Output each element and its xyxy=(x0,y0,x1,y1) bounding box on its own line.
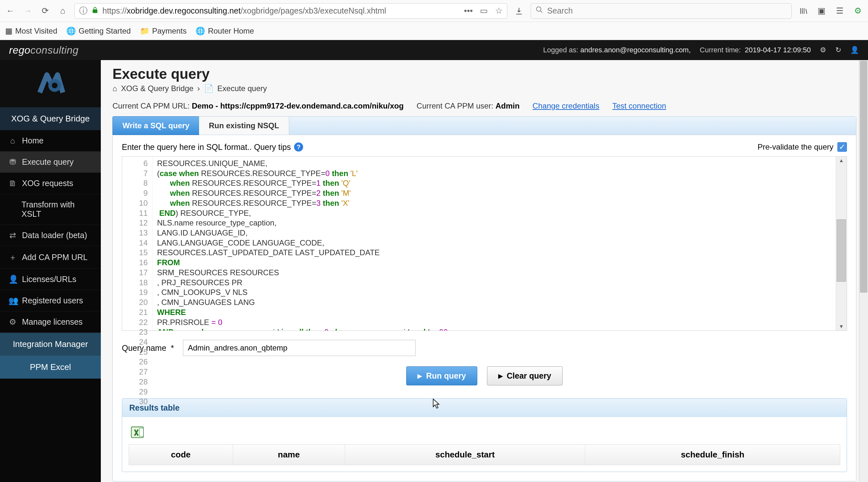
nav-home-icon[interactable]: ⌂ xyxy=(57,5,68,17)
query-name-input[interactable] xyxy=(183,340,415,356)
brand-logo[interactable]: regoconsulting xyxy=(9,44,79,56)
required-star: * xyxy=(170,344,174,352)
sidebar-item-home[interactable]: ⌂Home xyxy=(0,130,101,152)
grid-icon: ▦ xyxy=(5,27,12,36)
clear-query-button[interactable]: ▶Clear query xyxy=(487,366,563,385)
sidebar-item-registered-users[interactable]: 👥Registered users xyxy=(0,290,101,312)
bookmark-star-icon[interactable]: ☆ xyxy=(495,6,502,16)
breadcrumb-root[interactable]: XOG & Query Bridge xyxy=(121,84,193,93)
editor-scrollbar[interactable]: ▲ ▼ xyxy=(836,157,847,330)
column-schedule_start[interactable]: schedule_start xyxy=(345,445,585,465)
prevalidate-checkbox[interactable]: ✓ xyxy=(837,142,847,152)
column-code[interactable]: code xyxy=(129,445,233,465)
cogs-icon: ⚙ xyxy=(8,317,17,327)
svg-point-2 xyxy=(52,83,58,89)
test-connection-link[interactable]: Test connection xyxy=(612,101,666,110)
sidebar-item-label: Home xyxy=(22,136,43,146)
url-text: https://xobridge.dev.regoconsulting.net/… xyxy=(102,6,386,15)
users-icon: 👥 xyxy=(8,296,17,305)
sidebar-item-label: Execute query xyxy=(22,157,74,167)
folder-icon: 📁 xyxy=(140,27,150,36)
page-actions-icon[interactable]: ••• xyxy=(464,6,473,16)
column-name[interactable]: name xyxy=(233,445,345,465)
browser-search[interactable] xyxy=(531,3,792,19)
nav-forward-icon[interactable]: → xyxy=(22,5,34,17)
page-scroll-thumb[interactable] xyxy=(860,61,867,293)
user-icon[interactable]: 👤 xyxy=(850,46,859,54)
results-panel: Results table codenameschedule_startsche… xyxy=(122,398,847,472)
tab-strip: Write a SQL query Run existing NSQL xyxy=(113,117,856,135)
scroll-down-icon[interactable]: ▼ xyxy=(836,323,847,330)
url-bar[interactable]: ⓘ https://xobridge.dev.regoconsulting.ne… xyxy=(74,3,507,19)
sidebar-item-licenses-urls[interactable]: 👤Licenses/URLs xyxy=(0,269,101,290)
home-icon[interactable]: ⌂ xyxy=(113,84,117,93)
menu-icon[interactable]: ☰ xyxy=(834,5,845,17)
bookmarks-bar: ▦Most Visited 🌐Getting Started 📁Payments… xyxy=(0,22,868,40)
sidebar-section-ppm-excel[interactable]: PPM Excel xyxy=(0,356,101,379)
svg-point-0 xyxy=(536,7,541,11)
sidebar-item-execute-query[interactable]: ⛃Execute query xyxy=(0,152,101,173)
chevron-right-icon: › xyxy=(197,84,200,93)
info-icon[interactable]: ⓘ xyxy=(79,5,88,17)
downloads-icon[interactable] xyxy=(513,5,525,17)
sql-code-editor[interactable]: 6789101112131415161718192021222324252627… xyxy=(122,156,847,331)
column-schedule_finish[interactable]: schedule_finish xyxy=(585,445,840,465)
current-time-value: 2019-04-17 12:09:50 xyxy=(745,46,811,54)
current-time-label: Current time: xyxy=(700,46,741,54)
settings-gear-icon[interactable]: ⚙ xyxy=(820,46,826,54)
nav-back-icon[interactable]: ← xyxy=(4,5,16,17)
breadcrumb: ⌂ XOG & Query Bridge › 📄 Execute query xyxy=(113,84,856,93)
globe-icon: 🌐 xyxy=(195,27,205,36)
sync-icon[interactable]: ↻ xyxy=(835,46,841,54)
bookmark-payments[interactable]: 📁Payments xyxy=(140,27,187,36)
sidebar-item-label: Manage licenses xyxy=(22,317,83,327)
sidebar-item-transform-with-xslt[interactable]: Transform with XSLT xyxy=(0,194,101,225)
library-icon[interactable] xyxy=(798,5,809,17)
query-editor-label: Enter the query here in SQL format.. Que… xyxy=(122,142,291,152)
page-title: Execute query xyxy=(113,66,856,82)
sidebar-item-label: Transform with XSLT xyxy=(22,200,92,219)
bookmark-router-home[interactable]: 🌐Router Home xyxy=(195,27,254,36)
tab-write-sql[interactable]: Write a SQL query xyxy=(113,116,199,135)
sidebar-item-data-loader-beta-[interactable]: ⇄Data loader (beta) xyxy=(0,225,101,246)
page-scrollbar[interactable] xyxy=(859,60,868,482)
sidebar-item-xog-requests[interactable]: 🗎XOG requests xyxy=(0,173,101,194)
sidebar-toggle-icon[interactable]: ▣ xyxy=(816,5,827,17)
nav-reload-icon[interactable]: ⟳ xyxy=(39,5,51,17)
search-icon xyxy=(535,6,543,16)
export-excel-icon[interactable] xyxy=(129,423,146,441)
main-content: Execute query ⌂ XOG & Query Bridge › 📄 E… xyxy=(101,60,868,482)
sidebar-section-xog[interactable]: XOG & Query Bridge xyxy=(0,107,101,130)
sidebar-item-add-ca-ppm-url[interactable]: ＋Add CA PPM URL xyxy=(0,246,101,269)
sidebar-section-integration[interactable]: Integration Manager xyxy=(0,333,101,356)
browser-search-input[interactable] xyxy=(547,6,787,15)
extension-icon[interactable]: ⚙ xyxy=(852,5,864,17)
bookmark-getting-started[interactable]: 🌐Getting Started xyxy=(66,27,130,36)
sidebar-item-manage-licenses[interactable]: ⚙Manage licenses xyxy=(0,312,101,333)
app-logo[interactable] xyxy=(0,60,101,107)
file-icon: 📄 xyxy=(204,84,214,93)
scroll-up-icon[interactable]: ▲ xyxy=(836,157,847,164)
svg-rect-4 xyxy=(139,428,144,437)
help-icon[interactable]: ? xyxy=(294,142,303,152)
scroll-thumb[interactable] xyxy=(837,219,846,282)
browser-toolbar: ← → ⟳ ⌂ ⓘ https://xobridge.dev.regoconsu… xyxy=(0,0,868,22)
lock-icon xyxy=(91,6,99,16)
doc-icon: 🗎 xyxy=(8,179,17,188)
reader-icon[interactable]: ▭ xyxy=(480,6,488,16)
sidebar-item-label: Data loader (beta) xyxy=(22,231,87,240)
app-header: regoconsulting Logged as: andres.anon@re… xyxy=(0,40,868,60)
run-query-button[interactable]: ▶Run query xyxy=(406,366,477,385)
results-table: codenameschedule_startschedule_finish xyxy=(129,444,840,465)
change-credentials-link[interactable]: Change credentials xyxy=(533,101,599,110)
tab-run-existing-nsql[interactable]: Run existing NSQL xyxy=(199,117,289,135)
exchange-icon: ⇄ xyxy=(8,231,17,240)
ca-url-label: Current CA PPM URL: xyxy=(113,101,190,110)
logged-as-value: andres.anon@regoconsulting.com, xyxy=(580,46,691,54)
globe-icon: 🌐 xyxy=(66,27,76,36)
bookmark-most-visited[interactable]: ▦Most Visited xyxy=(5,27,57,36)
code-content[interactable]: RESOURCES.UNIQUE_NAME,(case when RESOURC… xyxy=(153,157,836,330)
plus-icon: ＋ xyxy=(8,252,17,263)
play-icon: ▶ xyxy=(498,373,503,380)
play-icon: ▶ xyxy=(417,373,422,380)
